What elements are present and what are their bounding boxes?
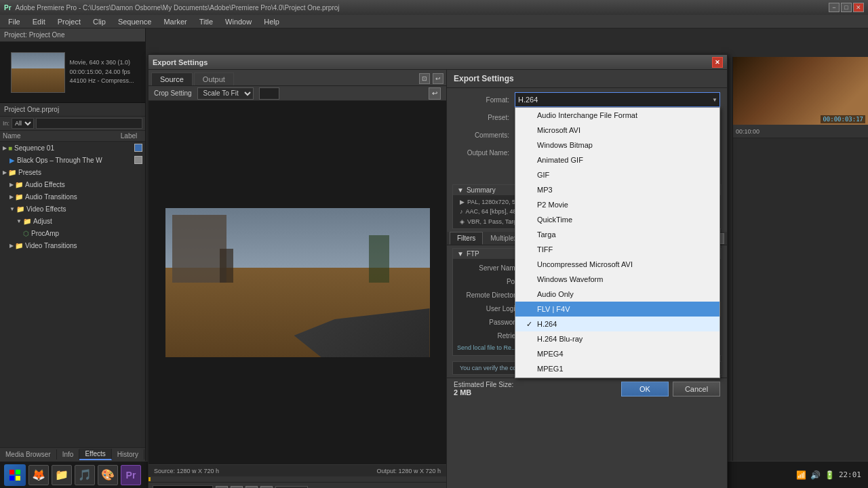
project-name-text: Project One.prproj bbox=[4, 106, 59, 113]
crop-select[interactable]: Scale To Fit bbox=[197, 87, 254, 100]
maximize-button[interactable]: □ bbox=[841, 3, 852, 12]
scene-tree bbox=[369, 235, 389, 283]
menu-window[interactable]: Window bbox=[220, 16, 257, 27]
folder-button[interactable]: 📁 bbox=[52, 465, 72, 485]
tree-item-blackops[interactable]: ▶ Black Ops – Through The W bbox=[0, 154, 145, 166]
play-prev-button[interactable]: ◀ bbox=[231, 486, 243, 489]
check-icon bbox=[526, 230, 537, 239]
start-button[interactable] bbox=[4, 464, 26, 486]
check-icon bbox=[526, 275, 537, 283]
tree-item-video-transitions[interactable]: ▶ 📁 Video Transitions bbox=[0, 239, 145, 251]
source-output-bar: Source: 1280 w X 720 h Output: 1280 w X … bbox=[149, 464, 446, 476]
dropdown-item-mpeg1[interactable]: MPEG1 bbox=[515, 361, 719, 376]
filter-input[interactable] bbox=[36, 118, 142, 129]
tab-output[interactable]: Output bbox=[194, 73, 234, 85]
dropdown-item-tiff[interactable]: TIFF bbox=[515, 242, 719, 257]
expand-icon[interactable]: ▶ bbox=[9, 243, 14, 249]
menu-help[interactable]: Help bbox=[258, 16, 285, 27]
dropdown-item-h264bluray[interactable]: H.264 Blu-ray bbox=[515, 331, 719, 346]
dropdown-item-uncompavi[interactable]: Uncompressed Microsoft AVI bbox=[515, 257, 719, 272]
menu-edit[interactable]: Edit bbox=[27, 16, 51, 27]
expand-icon[interactable]: ▶ bbox=[3, 145, 7, 151]
comments-label: Comments: bbox=[454, 131, 515, 139]
menu-project[interactable]: Project bbox=[52, 16, 86, 27]
format-selector[interactable]: H.264 bbox=[515, 92, 720, 107]
tree-item-adjust[interactable]: ▼ 📁 Adjust bbox=[0, 215, 145, 227]
expand-icon[interactable]: ▼ bbox=[16, 218, 22, 224]
play-button[interactable]: ▶ bbox=[245, 486, 258, 489]
dropdown-item-mpeg4[interactable]: MPEG4 bbox=[515, 346, 719, 361]
timecode-display[interactable]: 00:00:00:00 bbox=[153, 485, 213, 489]
crop-input[interactable] bbox=[259, 87, 279, 100]
dropdown-item-mp3[interactable]: MP3 bbox=[515, 182, 719, 197]
paint-button[interactable]: 🎨 bbox=[98, 465, 118, 485]
tree-item-presets[interactable]: ▶ 📁 Presets bbox=[0, 166, 145, 178]
menu-sequence[interactable]: Sequence bbox=[113, 16, 157, 27]
crop-reset-button[interactable]: ↩ bbox=[429, 87, 441, 100]
minimize-button[interactable]: − bbox=[829, 3, 840, 12]
tab-media-browser[interactable]: Media Browser bbox=[0, 449, 57, 460]
menu-title[interactable]: Title bbox=[194, 16, 218, 27]
project-tree: ▶ ■ Sequence 01 ▶ Black Ops – Through Th… bbox=[0, 142, 145, 447]
zoom-fit-button[interactable]: ⊡ bbox=[419, 73, 430, 84]
tree-item-procamp[interactable]: ⬡ ProcAmp bbox=[0, 227, 145, 239]
menu-marker[interactable]: Marker bbox=[158, 16, 192, 27]
cancel-button[interactable]: Cancel bbox=[673, 382, 720, 396]
settings-button[interactable]: ↩ bbox=[433, 73, 443, 84]
tab-history[interactable]: History bbox=[112, 449, 144, 460]
expand-icon[interactable]: ▶ bbox=[9, 194, 14, 200]
right-panel: 00:00:03:17 00:10:00 bbox=[732, 57, 868, 488]
zoom-select[interactable]: Fit 25% 50% 100% bbox=[275, 486, 308, 489]
dropdown-item-flvf4v[interactable]: FLV | F4V bbox=[515, 302, 719, 317]
expand-icon[interactable]: ▶ bbox=[3, 169, 7, 176]
tree-item-video-effects[interactable]: ▼ 📁 Video Effects bbox=[0, 203, 145, 215]
label-color bbox=[134, 144, 142, 152]
right-panel-time: 00:10:00 bbox=[736, 128, 760, 135]
menu-file[interactable]: File bbox=[3, 16, 26, 27]
tab-filters[interactable]: Filters bbox=[450, 232, 483, 245]
firefox-button[interactable]: 🦊 bbox=[28, 465, 49, 485]
file-size-area: Estimated File Size: 2 MB bbox=[454, 381, 513, 396]
dialog-close-button[interactable]: ✕ bbox=[712, 57, 723, 68]
tree-item-sequence01[interactable]: ▶ ■ Sequence 01 bbox=[0, 142, 145, 154]
tab-info[interactable]: Info bbox=[57, 449, 80, 460]
filter-bar: In: All bbox=[0, 117, 145, 131]
dropdown-item-animgif[interactable]: Animated GIF bbox=[515, 152, 719, 167]
tab-source[interactable]: Source bbox=[151, 73, 193, 85]
crop-label: Crop Setting bbox=[154, 89, 192, 97]
timeline-scrub-bar[interactable] bbox=[149, 476, 446, 482]
play-next-button[interactable]: ▶| bbox=[260, 486, 273, 489]
tree-item-label: ProcAmp bbox=[31, 230, 142, 237]
dropdown-item-mpeg2[interactable]: MPEG2 bbox=[515, 376, 719, 378]
dropdown-item-p2movie[interactable]: P2 Movie bbox=[515, 197, 719, 212]
ok-button[interactable]: OK bbox=[621, 382, 669, 396]
menu-clip[interactable]: Clip bbox=[87, 16, 111, 27]
expand-icon[interactable]: ▼ bbox=[9, 206, 15, 212]
dropdown-item-audioonly[interactable]: Audio Only bbox=[515, 287, 719, 302]
summary-encode-text: VBR, 1 Pass, Targe bbox=[467, 217, 520, 226]
dropdown-item-gif[interactable]: GIF bbox=[515, 167, 719, 182]
dropdown-item-winbmp[interactable]: Windows Bitmap bbox=[515, 138, 719, 152]
tree-item-audio-effects[interactable]: ▶ 📁 Audio Effects bbox=[0, 178, 145, 190]
folder-icon: 📁 bbox=[8, 169, 16, 176]
summary-title: Summary bbox=[467, 186, 496, 194]
dropdown-item-h264[interactable]: ✓H.264 bbox=[515, 317, 719, 331]
tree-item-label: Presets bbox=[18, 169, 142, 176]
expand-icon[interactable]: ▶ bbox=[9, 182, 14, 188]
thumbnail-info: Movie, 640 x 360 (1.0)00:00:15:00, 24.00… bbox=[69, 58, 134, 86]
premiere-taskbar-button[interactable]: Pr bbox=[121, 465, 141, 485]
music-button[interactable]: 🎵 bbox=[75, 465, 95, 485]
dropdown-item-aiff[interactable]: Audio Interchange File Format bbox=[515, 108, 719, 123]
dropdown-item-targa[interactable]: Targa bbox=[515, 227, 719, 242]
dropdown-item-quicktime[interactable]: QuickTime bbox=[515, 212, 719, 227]
preview-frame bbox=[165, 208, 430, 357]
tree-item-audio-transitions[interactable]: ▶ 📁 Audio Transitions bbox=[0, 190, 145, 203]
close-button[interactable]: ✕ bbox=[853, 3, 864, 12]
dropdown-item-msavi[interactable]: Microsoft AVI bbox=[515, 123, 719, 138]
play-start-button[interactable]: |◀ bbox=[216, 486, 228, 489]
dropdown-item-winwave[interactable]: Windows Waveform bbox=[515, 272, 719, 287]
summary-expand-icon: ▼ bbox=[457, 186, 464, 194]
filter-select[interactable]: All bbox=[12, 118, 34, 129]
tab-effects[interactable]: Effects bbox=[79, 449, 111, 460]
clip-icon: ▶ bbox=[9, 157, 15, 164]
